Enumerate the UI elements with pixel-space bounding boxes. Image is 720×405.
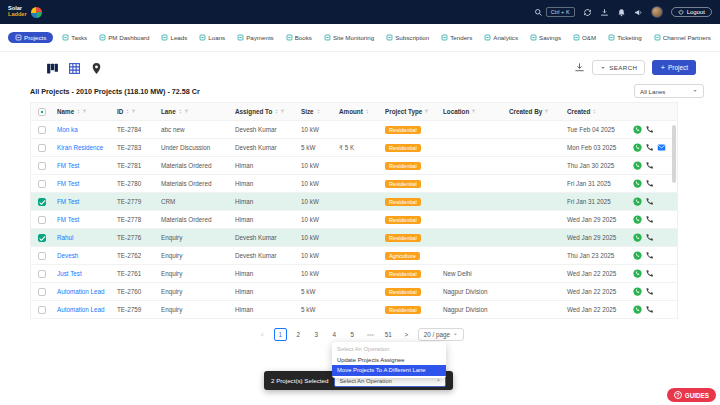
lanes-filter-select[interactable]: All Lanes bbox=[634, 84, 704, 98]
sort-filter-icons[interactable] bbox=[471, 108, 476, 115]
sync-icon[interactable] bbox=[583, 8, 592, 17]
sort-filter-icons[interactable] bbox=[178, 108, 189, 115]
map-view-icon[interactable] bbox=[90, 62, 103, 75]
row-checkbox[interactable] bbox=[38, 252, 46, 260]
row-checkbox[interactable] bbox=[38, 162, 46, 170]
nav-tab-subscription[interactable]: Subscription bbox=[383, 32, 432, 43]
nav-tab-payments[interactable]: Payments bbox=[234, 32, 277, 43]
brand-logo[interactable]: Solar Ladder bbox=[8, 6, 42, 17]
page-size-select[interactable]: 20 / page bbox=[418, 328, 464, 341]
table-row[interactable]: Just Test TE-2761 Enquiry Himan 10 kW Re… bbox=[31, 265, 677, 283]
project-name-link[interactable]: Automation Lead bbox=[57, 306, 105, 313]
nav-tab-books[interactable]: Books bbox=[283, 32, 315, 43]
project-name-link[interactable]: FM Test bbox=[57, 180, 79, 187]
whatsapp-icon[interactable] bbox=[633, 269, 642, 278]
bell-icon[interactable] bbox=[617, 8, 626, 17]
nav-tab-projects[interactable]: Projects bbox=[8, 32, 53, 43]
mail-icon[interactable] bbox=[657, 143, 666, 152]
whatsapp-icon[interactable] bbox=[633, 143, 642, 152]
project-name-link[interactable]: FM Test bbox=[57, 216, 79, 223]
nav-tab-o-m[interactable]: O&M bbox=[570, 32, 599, 43]
row-checkbox[interactable] bbox=[38, 306, 46, 314]
pagination-prev[interactable]: < bbox=[256, 328, 269, 341]
project-name-link[interactable]: FM Test bbox=[57, 198, 79, 205]
whatsapp-icon[interactable] bbox=[633, 305, 642, 314]
table-row[interactable]: Devesh TE-2762 Enquiry Devesh Kumar 10 k… bbox=[31, 247, 677, 265]
row-checkbox[interactable] bbox=[38, 126, 46, 134]
table-row[interactable]: FM Test TE-2778 Materials Ordered Himan … bbox=[31, 211, 677, 229]
user-avatar[interactable] bbox=[651, 6, 663, 18]
row-checkbox[interactable] bbox=[38, 180, 46, 188]
table-row[interactable]: Automation Lead TE-2759 Enquiry Himan 5 … bbox=[31, 301, 677, 319]
row-checkbox[interactable] bbox=[38, 234, 46, 242]
menu-item-move-projects[interactable]: Move Projects To A Different Lane bbox=[332, 365, 446, 376]
project-name-link[interactable]: FM Test bbox=[57, 162, 79, 169]
phone-icon[interactable] bbox=[645, 287, 654, 296]
project-name-link[interactable]: Rahul bbox=[57, 234, 73, 241]
table-view-icon[interactable] bbox=[68, 62, 81, 75]
nav-tab-tasks[interactable]: Tasks bbox=[59, 32, 90, 43]
sort-filter-icons[interactable] bbox=[592, 108, 597, 115]
pagination-ellipsis[interactable]: ••• bbox=[364, 328, 377, 341]
nav-tab-pm-dashboard[interactable]: PM Dashboard bbox=[96, 32, 152, 43]
pagination-page-2[interactable]: 2 bbox=[292, 328, 305, 341]
sort-filter-icons[interactable] bbox=[76, 108, 87, 115]
sort-filter-icons[interactable] bbox=[544, 108, 549, 115]
menu-item-select-operation[interactable]: Select An Operation bbox=[332, 344, 446, 355]
project-name-link[interactable]: Kiran Residence bbox=[57, 144, 103, 151]
add-project-button[interactable]: + Project bbox=[652, 60, 696, 75]
global-search[interactable]: Ctrl + K bbox=[534, 7, 575, 17]
table-row[interactable]: Mon ka TE-2784 abc new Devesh Kumar 10 k… bbox=[31, 121, 677, 139]
megaphone-icon[interactable] bbox=[634, 8, 643, 17]
table-row[interactable]: Automation Lead TE-2760 Enquiry Himan 5 … bbox=[31, 283, 677, 301]
nav-tab-savings[interactable]: Savings bbox=[527, 32, 564, 43]
sort-filter-icons[interactable] bbox=[365, 108, 370, 115]
nav-tab-site-monitoring[interactable]: Site Monitoring bbox=[321, 32, 377, 43]
project-name-link[interactable]: Just Test bbox=[57, 270, 82, 277]
pagination-last-page[interactable]: 51 bbox=[382, 328, 395, 341]
project-name-link[interactable]: Automation Lead bbox=[57, 288, 105, 295]
menu-item-update-assignee[interactable]: Update Projects Assignee bbox=[332, 355, 446, 366]
sort-filter-icons[interactable] bbox=[274, 108, 285, 115]
nav-tab-ticketing[interactable]: Ticketing bbox=[605, 32, 645, 43]
whatsapp-icon[interactable] bbox=[633, 161, 642, 170]
table-row[interactable]: FM Test TE-2779 CRM Himan 10 kW Resident… bbox=[31, 193, 677, 211]
project-name-link[interactable]: Devesh bbox=[57, 252, 78, 259]
phone-icon[interactable] bbox=[645, 143, 654, 152]
sort-filter-icons[interactable] bbox=[424, 108, 429, 115]
whatsapp-icon[interactable] bbox=[633, 215, 642, 224]
project-name-link[interactable]: Mon ka bbox=[57, 126, 78, 133]
table-row[interactable]: Rahul TE-2776 Enquiry Devesh Kumar 10 kW… bbox=[31, 229, 677, 247]
whatsapp-icon[interactable] bbox=[633, 233, 642, 242]
nav-tab-loans[interactable]: Loans bbox=[196, 32, 228, 43]
nav-tab-tenders[interactable]: Tenders bbox=[438, 32, 475, 43]
pagination-page-4[interactable]: 4 bbox=[328, 328, 341, 341]
download-tray-icon[interactable] bbox=[600, 8, 609, 17]
phone-icon[interactable] bbox=[645, 179, 654, 188]
pagination-page-1[interactable]: 1 bbox=[274, 328, 287, 341]
pagination-next[interactable]: > bbox=[400, 328, 413, 341]
sort-filter-icons[interactable] bbox=[125, 108, 136, 115]
table-row[interactable]: FM Test TE-2780 Materials Ordered Himan … bbox=[31, 175, 677, 193]
table-row[interactable]: FM Test TE-2781 Materials Ordered Himan … bbox=[31, 157, 677, 175]
select-all-checkbox[interactable] bbox=[38, 108, 46, 116]
table-row[interactable]: Kiran Residence TE-2783 Under Discussion… bbox=[31, 139, 677, 157]
search-dropdown-button[interactable]: SEARCH bbox=[592, 60, 645, 75]
row-checkbox[interactable] bbox=[38, 270, 46, 278]
nav-tab-channel-partners[interactable]: Channel Partners bbox=[651, 32, 714, 43]
phone-icon[interactable] bbox=[645, 305, 654, 314]
row-checkbox[interactable] bbox=[38, 144, 46, 152]
whatsapp-icon[interactable] bbox=[633, 179, 642, 188]
export-download-icon[interactable] bbox=[574, 62, 585, 73]
table-scrollbar[interactable] bbox=[672, 125, 676, 183]
phone-icon[interactable] bbox=[645, 125, 654, 134]
pagination-page-5[interactable]: 5 bbox=[346, 328, 359, 341]
guides-button[interactable]: ? GUIDES bbox=[667, 388, 716, 402]
whatsapp-icon[interactable] bbox=[633, 251, 642, 260]
phone-icon[interactable] bbox=[645, 233, 654, 242]
row-checkbox[interactable] bbox=[38, 198, 46, 206]
board-view-icon[interactable] bbox=[46, 62, 59, 75]
whatsapp-icon[interactable] bbox=[633, 197, 642, 206]
nav-tab-analytics[interactable]: Analytics bbox=[481, 32, 521, 43]
phone-icon[interactable] bbox=[645, 251, 654, 260]
